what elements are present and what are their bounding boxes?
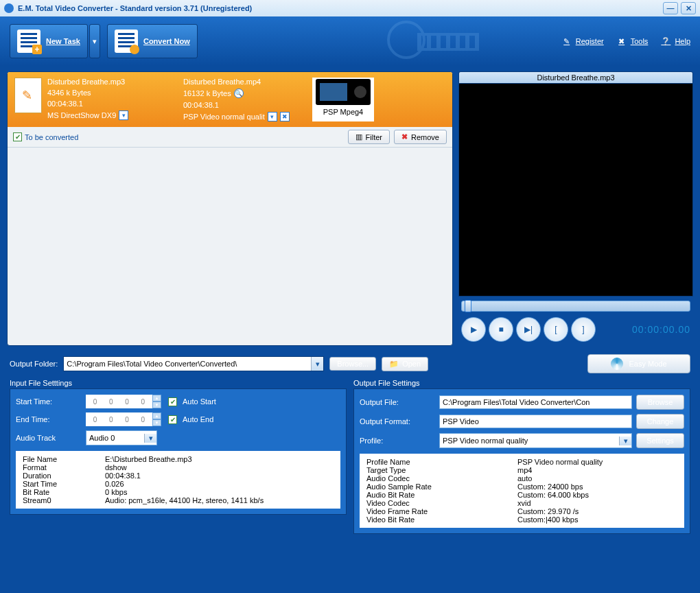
convert-now-label: Convert Now (143, 37, 190, 45)
close-button[interactable]: ✕ (681, 2, 696, 14)
info-value: PSP Video normal quality (517, 458, 603, 466)
info-value: Custom:|400 kbps (517, 515, 578, 524)
dst-filename: Disturbed Breathe.mp4 (183, 78, 307, 86)
remove-icon: ✖ (401, 132, 408, 141)
browse-button[interactable]: Browse... (329, 357, 376, 371)
info-key: File Name (23, 455, 105, 463)
output-browse-button[interactable]: Browse (636, 395, 684, 410)
start-time-spinner[interactable]: ▲▼ (152, 395, 161, 408)
output-format-field[interactable]: PSP Video (439, 415, 632, 428)
convert-now-button[interactable]: Convert Now (107, 24, 198, 58)
auto-end-checkbox[interactable]: ✔ (168, 415, 177, 424)
info-value: Custom: 64.000 kbps (517, 491, 589, 499)
end-time-label: End Time: (16, 415, 79, 423)
info-key: Stream0 (23, 496, 105, 504)
info-value: Custom: 24000 bps (517, 482, 583, 491)
src-filename: Disturbed Breathe.mp3 (47, 78, 178, 86)
info-key: Audio Bit Rate (366, 491, 517, 499)
psp-icon (316, 79, 371, 105)
info-key: Format (23, 463, 105, 472)
src-decoder: MS DirectShow DX9 (47, 111, 116, 119)
register-link[interactable]: ✎Register (561, 36, 604, 47)
input-info-table: File NameE:\Disturbed Breathe.mp3Formatd… (16, 451, 340, 509)
filter-button[interactable]: ▥Filter (348, 130, 390, 144)
output-file-field[interactable]: C:\Program Files\Total Video Converter\C… (439, 395, 632, 409)
src-duration: 00:04:38.1 (47, 100, 178, 108)
info-key: Duration (23, 472, 105, 480)
output-folder-combo[interactable]: ▾ (63, 356, 324, 371)
input-settings-title: Input File Setttings (10, 379, 347, 387)
end-time-spinner[interactable]: ▲▼ (152, 412, 161, 426)
audio-track-combo[interactable]: Audio 0▾ (86, 430, 157, 445)
to-be-converted-checkbox[interactable]: ✔ (13, 132, 22, 141)
task-item[interactable]: Disturbed Breathe.mp3 4346 k Bytes 00:04… (8, 72, 452, 127)
filter-icon: ▥ (355, 132, 362, 141)
output-folder-input[interactable] (64, 357, 311, 371)
output-format-label: Output Format: (360, 417, 435, 426)
output-folder-row: Output Folder: ▾ Browse... 📁Open Easy Mo… (0, 349, 700, 379)
next-button[interactable]: ▶| (516, 317, 541, 342)
info-key: Target Type (366, 466, 517, 474)
new-task-dropdown[interactable]: ▾ (89, 24, 100, 58)
start-time-field[interactable]: 0000 (86, 395, 152, 408)
titlebar: E.M. Total Video Converter - Standard ve… (0, 0, 700, 16)
decoder-dropdown[interactable]: ▾ (119, 111, 128, 120)
profile-label: Profile: (360, 437, 435, 445)
toolbar: + New Task ▾ Convert Now ✎Register ✖Tool… (0, 16, 700, 66)
profile-dropdown[interactable]: ▾ (268, 112, 277, 121)
info-value: xvid (517, 499, 531, 507)
folder-icon: 📁 (389, 360, 399, 369)
stop-button[interactable]: ■ (489, 317, 513, 342)
magnify-icon[interactable]: 🔍 (234, 89, 244, 98)
tools-link[interactable]: ✖Tools (616, 36, 649, 47)
convert-icon (115, 30, 138, 53)
start-time-label: Start Time: (16, 397, 79, 406)
info-value: Audio: pcm_s16le, 44100 Hz, stereo, 1411… (105, 496, 264, 504)
preview-title: Disturbed Breathe.mp3 (458, 71, 693, 84)
file-icon (14, 78, 42, 113)
seek-thumb[interactable] (465, 300, 471, 312)
info-key: Start Time (23, 480, 105, 488)
change-button[interactable]: Change (636, 414, 684, 429)
output-settings-title: Output File Settings (353, 379, 690, 387)
minimize-button[interactable]: — (663, 2, 678, 14)
help-link[interactable]: ❔Help (660, 36, 690, 47)
info-key: Video Codec (366, 499, 517, 507)
output-folder-label: Output Folder: (10, 360, 58, 368)
output-folder-dropdown[interactable]: ▾ (311, 357, 323, 371)
timecode: 00:00:00.00 (632, 324, 690, 335)
device-label: PSP Mpeg4 (314, 108, 373, 116)
register-icon: ✎ (561, 36, 572, 47)
preview-panel: Disturbed Breathe.mp3 ▶ ■ ▶| [ ] 00:00:0… (458, 71, 693, 346)
tools-icon: ✖ (616, 36, 627, 47)
mark-in-button[interactable]: [ (544, 317, 568, 342)
dst-duration: 00:04:38.1 (183, 101, 307, 109)
dst-profile: PSP Video normal qualit (183, 113, 265, 121)
profile-settings-icon[interactable]: ✖ (280, 112, 290, 121)
preview-video[interactable] (458, 84, 693, 296)
new-task-button[interactable]: + New Task (10, 24, 88, 58)
seek-slider[interactable] (461, 301, 690, 312)
audio-track-label: Audio Track (16, 434, 79, 442)
help-icon: ❔ (660, 36, 671, 47)
to-be-converted-label: To be converted (25, 133, 78, 141)
info-value: 0 kbps (105, 488, 127, 496)
info-value: auto (517, 474, 532, 482)
easy-mode-button[interactable]: Easy Mode (587, 354, 690, 373)
device-preview: PSP Mpeg4 (312, 78, 374, 121)
profile-combo[interactable]: PSP Video normal quality▾ (439, 433, 632, 448)
info-key: Video Bit Rate (366, 515, 517, 524)
info-value: dshow (105, 463, 127, 472)
settings-button[interactable]: Settings (636, 433, 684, 448)
open-button[interactable]: 📁Open (382, 357, 428, 371)
reel-decoration (384, 19, 480, 63)
auto-start-checkbox[interactable]: ✔ (168, 397, 177, 406)
new-task-label: New Task (46, 37, 80, 45)
play-button[interactable]: ▶ (461, 317, 486, 342)
info-key: Audio Codec (366, 474, 517, 482)
mark-out-button[interactable]: ] (571, 317, 596, 342)
info-value: mp4 (517, 466, 532, 474)
task-list-panel: Disturbed Breathe.mp3 4346 k Bytes 00:04… (7, 71, 453, 346)
remove-button[interactable]: ✖Remove (394, 130, 447, 144)
end-time-field[interactable]: 0000 (86, 412, 152, 426)
